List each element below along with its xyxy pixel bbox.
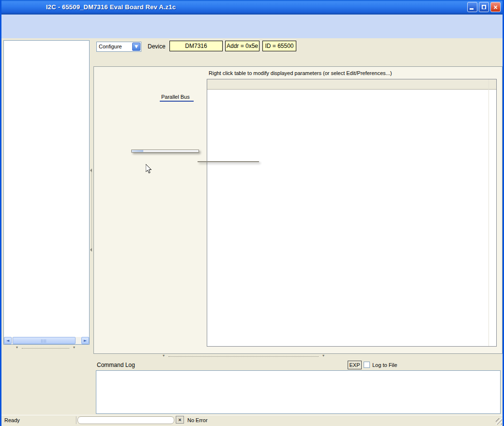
window-title: I2C - 65509_DM7316 Eval Board Rev A.z1c — [46, 3, 176, 11]
splitter-arrow-icon: ▾ — [322, 353, 324, 358]
status-progress-field — [77, 416, 174, 424]
resize-grip[interactable] — [496, 418, 502, 425]
log-to-file-label: Log to File — [372, 362, 397, 368]
device-name-field: DM7316 — [169, 41, 223, 51]
status-error-text: No Error — [187, 417, 208, 423]
table-column-divider — [489, 79, 489, 346]
parallel-bus-title: Parallel Bus — [161, 94, 190, 100]
app-window: I2C - 65509_DM7316 Eval Board Rev A.z1c … — [0, 0, 504, 426]
group-pol-grid — [96, 69, 159, 340]
command-log-title: Command Log — [97, 362, 135, 368]
toolbar — [1, 26, 503, 38]
vertical-splitter[interactable] — [90, 68, 93, 345]
device-addr-field: Addr = 0x5e — [225, 41, 260, 51]
minimize-icon — [470, 8, 473, 10]
parameter-table[interactable] — [207, 79, 497, 347]
log-panel-splitter[interactable]: ▾ ▾ — [163, 355, 324, 358]
device-submenu — [198, 161, 259, 162]
combo-dropdown-icon[interactable]: ▼ — [132, 43, 140, 51]
parallel-bus-list — [160, 101, 194, 102]
splitter-arrow-icon: ▾ — [73, 345, 75, 350]
splitter-arrow-icon: ▾ — [163, 353, 165, 358]
log-to-file-checkbox[interactable] — [364, 362, 370, 368]
mode-combobox[interactable]: Configure ▼ — [96, 42, 141, 52]
maximize-button[interactable] — [479, 2, 489, 12]
status-ready-text: Ready — [4, 417, 20, 423]
title-bar: I2C - 65509_DM7316 Eval Board Rev A.z1c … — [0, 0, 504, 15]
scrollbar-thumb[interactable] — [13, 337, 76, 344]
close-icon: × — [491, 3, 500, 12]
mouse-cursor — [146, 164, 152, 175]
left-panel-splitter[interactable]: ▾ ▾ — [16, 347, 75, 350]
tree-horizontal-scrollbar[interactable]: ◄ ► — [4, 337, 89, 344]
maximize-icon — [482, 5, 486, 9]
splitter-arrow-icon: ▾ — [16, 345, 18, 350]
minimize-button[interactable] — [467, 2, 477, 12]
command-log-textarea[interactable] — [96, 370, 501, 414]
close-button[interactable]: × — [490, 2, 501, 12]
menu-bar — [1, 15, 503, 26]
scroll-left-icon[interactable]: ◄ — [4, 337, 12, 344]
device-tree — [3, 40, 90, 345]
context-menu — [131, 150, 199, 152]
device-label: Device — [148, 43, 166, 50]
table-hint: Right click table to modify displayed pa… — [209, 70, 392, 76]
device-id-field: ID = 65500 — [262, 41, 296, 51]
table-header — [207, 79, 496, 90]
status-bar: Ready × No Error — [1, 415, 503, 425]
mode-combobox-value: Configure — [99, 44, 122, 49]
exp-button[interactable]: EXP — [348, 361, 362, 369]
scroll-right-icon[interactable]: ► — [81, 337, 89, 344]
error-clear-icon[interactable]: × — [176, 416, 184, 424]
